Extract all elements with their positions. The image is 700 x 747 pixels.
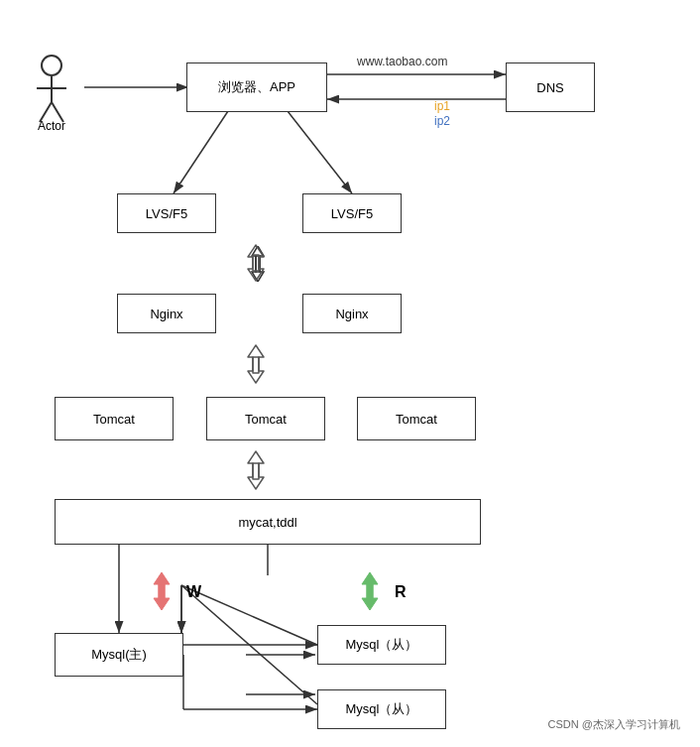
- read-label: R: [395, 583, 407, 601]
- tomcat1-label: Tomcat: [93, 412, 135, 427]
- lvs2-box: LVS/F5: [302, 193, 402, 233]
- svg-marker-23: [248, 345, 264, 373]
- actor-head: [41, 55, 62, 76]
- nginx1-box: Nginx: [117, 294, 216, 333]
- svg-marker-22: [248, 255, 264, 281]
- browser-box: 浏览器、APP: [186, 62, 327, 112]
- nginx1-label: Nginx: [150, 307, 182, 321]
- mysql-slave2-label: Mysql（从）: [346, 700, 418, 718]
- v-arrow-nginx-tomcat: [238, 343, 274, 385]
- svg-line-11: [181, 585, 317, 704]
- diagram: Actor 浏览器、APP DNS www.taobao.com ip1 ip2…: [0, 0, 700, 747]
- url-label: www.taobao.com: [357, 55, 447, 68]
- mycat-label: mycat,tddl: [238, 515, 296, 530]
- svg-line-7: [174, 111, 228, 193]
- svg-line-10: [181, 585, 317, 645]
- svg-marker-24: [248, 357, 264, 383]
- tomcat3-box: Tomcat: [357, 397, 476, 440]
- lvs1-box: LVS/F5: [117, 193, 216, 233]
- mysql-slave2-box: Mysql（从）: [317, 689, 446, 729]
- ip2-label: ip2: [434, 114, 450, 128]
- nginx2-label: Nginx: [335, 307, 368, 321]
- w-arrow: [144, 570, 179, 612]
- r-arrow: [352, 570, 388, 612]
- svg-marker-30: [362, 584, 378, 610]
- actor: Actor: [32, 55, 71, 133]
- nginx2-box: Nginx: [302, 294, 402, 333]
- tomcat1-box: Tomcat: [55, 397, 174, 440]
- v-arrow-tomcat-mycat: [238, 449, 274, 491]
- mysql-slave1-box: Mysql（从）: [317, 625, 446, 665]
- dns-label: DNS: [536, 80, 563, 95]
- svg-line-8: [288, 111, 352, 193]
- watermark: CSDN @杰深入学习计算机: [548, 717, 680, 732]
- lvs2-label: LVS/F5: [331, 206, 373, 221]
- browser-label: 浏览器、APP: [218, 78, 295, 96]
- write-label: W: [186, 583, 201, 601]
- tomcat2-label: Tomcat: [245, 412, 287, 427]
- lvs1-label: LVS/F5: [146, 206, 187, 221]
- mycat-box: mycat,tddl: [55, 499, 481, 545]
- mysql-master-label: Mysql(主): [91, 646, 147, 664]
- dns-box: DNS: [506, 62, 595, 112]
- v-arrow-lvs-nginx: [238, 243, 274, 283]
- tomcat2-box: Tomcat: [206, 397, 325, 440]
- mysql-master-box: Mysql(主): [55, 633, 183, 677]
- mysql-slave1-label: Mysql（从）: [346, 636, 418, 654]
- svg-marker-26: [248, 463, 264, 489]
- tomcat3-label: Tomcat: [396, 412, 437, 427]
- actor-label: Actor: [38, 119, 65, 133]
- ip1-label: ip1: [434, 99, 450, 113]
- svg-marker-28: [154, 584, 170, 610]
- svg-marker-21: [248, 245, 264, 271]
- svg-marker-25: [248, 451, 264, 479]
